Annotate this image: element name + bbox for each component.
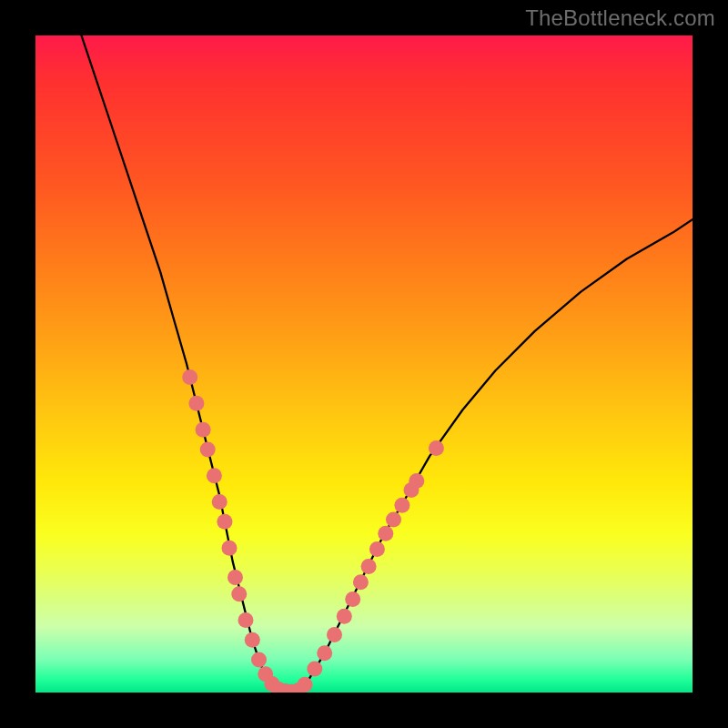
data-marker bbox=[345, 592, 360, 607]
data-marker bbox=[217, 514, 232, 530]
data-marker bbox=[386, 512, 401, 528]
data-marker bbox=[353, 574, 369, 590]
data-marker bbox=[409, 473, 424, 489]
data-marker bbox=[207, 468, 222, 483]
data-marker bbox=[245, 632, 260, 648]
watermark-text: TheBottleneck.com bbox=[525, 5, 715, 31]
data-marker bbox=[307, 662, 322, 677]
data-marker bbox=[327, 627, 342, 642]
data-marker bbox=[429, 440, 444, 456]
data-marker bbox=[369, 541, 385, 557]
data-marker bbox=[238, 612, 254, 628]
plot-area bbox=[35, 35, 693, 693]
chart-svg bbox=[35, 35, 693, 693]
data-marker bbox=[394, 498, 410, 513]
data-marker bbox=[251, 652, 267, 667]
bottleneck-curve bbox=[82, 35, 693, 693]
data-marker bbox=[212, 494, 228, 510]
data-marker bbox=[188, 396, 204, 411]
data-marker bbox=[317, 645, 332, 661]
data-marker bbox=[200, 441, 216, 457]
chart-frame: TheBottleneck.com bbox=[0, 0, 728, 728]
data-marker bbox=[231, 586, 247, 602]
data-marker bbox=[298, 677, 313, 693]
data-marker bbox=[196, 422, 211, 438]
data-marker bbox=[222, 541, 238, 556]
data-marker bbox=[378, 526, 393, 541]
marker-group bbox=[182, 369, 444, 693]
data-marker bbox=[337, 609, 352, 624]
data-marker bbox=[182, 369, 197, 385]
data-marker bbox=[361, 559, 377, 574]
data-marker bbox=[228, 570, 243, 585]
